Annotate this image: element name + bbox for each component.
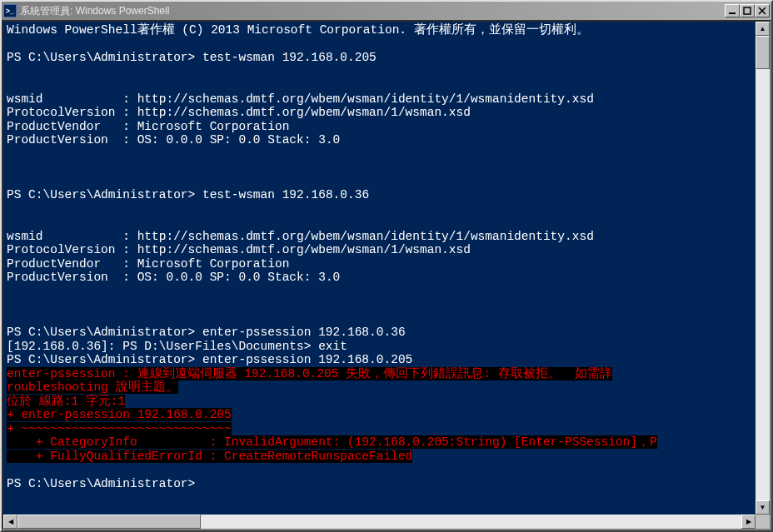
output-1-vendor: ProductVendor : Microsoft Corporation [7, 120, 289, 133]
error-line-1: enter-pssession : 連線到遠端伺服器 192.168.0.205… [7, 367, 612, 380]
session-line-2: [192.168.0.36]: PS D:\UserFiles\Document… [7, 340, 347, 353]
scroll-left-button[interactable]: ◀ [3, 515, 17, 529]
horizontal-scrollbar[interactable]: ◀ ▶ [3, 515, 756, 529]
console-area: Windows PowerShell著作權 (C) 2013 Microsoft… [2, 20, 771, 530]
copyright-line: Windows PowerShell著作權 (C) 2013 Microsoft… [7, 23, 589, 37]
output-2-vendor: ProductVendor : Microsoft Corporation [7, 257, 289, 271]
output-1-wsmid: wsmid : http://schemas.dmtf.org/wbem/wsm… [7, 92, 594, 106]
window-buttons [725, 4, 770, 17]
error-line-7: + FullyQualifiedErrorId : CreateRemoteRu… [7, 450, 412, 463]
error-line-4: + enter-pssession 192.168.0.205 [7, 408, 232, 421]
close-icon [758, 7, 766, 15]
scroll-right-button[interactable]: ▶ [741, 515, 756, 529]
titlebar[interactable]: >_ 系統管理員: Windows PowerShell [2, 2, 771, 20]
powershell-window: >_ 系統管理員: Windows PowerShell Windows Pow… [0, 0, 773, 532]
console-output[interactable]: Windows PowerShell著作權 (C) 2013 Microsoft… [3, 22, 756, 515]
error-line-2: roubleshooting 說明主題。 [7, 380, 178, 394]
scroll-v-track[interactable] [756, 36, 770, 500]
scroll-down-button[interactable]: ▼ [756, 500, 770, 515]
vertical-scrollbar[interactable]: ▲ ▼ [756, 22, 770, 515]
session-line-1: PS C:\Users\Administrator> enter-pssessi… [7, 326, 406, 339]
scroll-v-thumb[interactable] [756, 36, 770, 69]
maximize-icon [743, 7, 751, 15]
svg-rect-1 [744, 7, 751, 14]
prompt-1: PS C:\Users\Administrator> test-wsman 19… [7, 51, 377, 64]
scroll-h-thumb[interactable] [17, 515, 201, 529]
output-2-version: ProductVersion : OS: 0.0.0 SP: 0.0 Stack… [7, 271, 340, 284]
scroll-up-button[interactable]: ▲ [756, 22, 770, 36]
powershell-icon: >_ [3, 4, 17, 17]
svg-rect-0 [729, 12, 736, 14]
prompt-2: PS C:\Users\Administrator> test-wsman 19… [7, 188, 369, 201]
session-line-3: PS C:\Users\Administrator> enter-pssessi… [7, 353, 412, 366]
final-prompt: PS C:\Users\Administrator> [7, 477, 195, 490]
output-2-proto: ProtocolVersion : http://schemas.dmtf.or… [7, 243, 471, 256]
maximize-button[interactable] [740, 4, 755, 17]
error-line-6: + CategoryInfo : InvalidArgument: (192.1… [7, 435, 657, 449]
scroll-h-track[interactable] [17, 515, 741, 529]
minimize-button[interactable] [725, 4, 740, 17]
scroll-corner [756, 515, 770, 529]
output-2-wsmid: wsmid : http://schemas.dmtf.org/wbem/wsm… [7, 230, 594, 243]
error-line-5: + ~~~~~~~~~~~~~~~~~~~~~~~~~~~~~ [7, 422, 232, 435]
error-line-3: 位於 線路:1 字元:1 [7, 395, 125, 408]
close-button[interactable] [755, 4, 770, 17]
window-title: 系統管理員: Windows PowerShell [20, 4, 725, 18]
output-1-proto: ProtocolVersion : http://schemas.dmtf.or… [7, 106, 471, 119]
output-1-version: ProductVersion : OS: 0.0.0 SP: 0.0 Stack… [7, 133, 340, 147]
minimize-icon [728, 7, 736, 15]
